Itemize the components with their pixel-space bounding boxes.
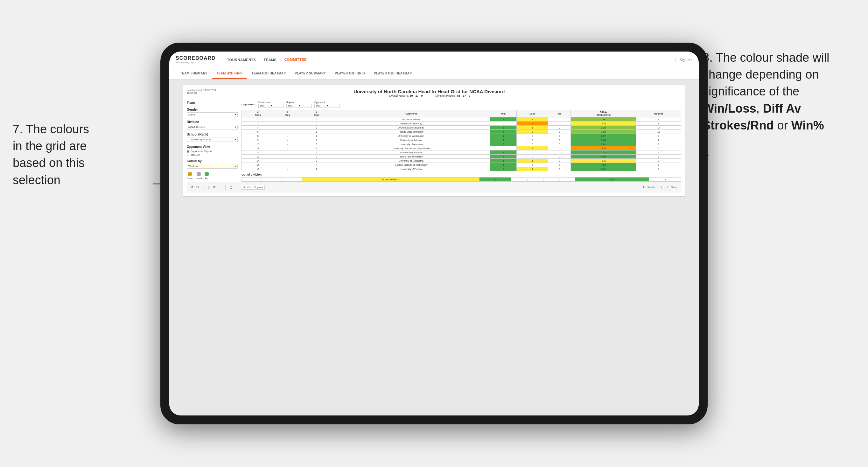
- pause-button[interactable]: ⏸: [207, 185, 210, 189]
- content-area: Team Gender Men's ▾ Division: [187, 101, 681, 182]
- toolbar-right: 👁 Watch ▾ 💬 ⤴ Share: [643, 186, 677, 189]
- share-icon[interactable]: ⤴: [667, 186, 668, 189]
- cell-conf: 1: [301, 138, 332, 142]
- table-body: 2 - 1 Auburn University 2 1 0 1.67 9 3 -…: [242, 117, 681, 171]
- cell-tie: 0: [548, 151, 570, 155]
- team-label: Team: [187, 101, 238, 105]
- redo-button[interactable]: ↻: [196, 185, 199, 189]
- grid-table: #Rank #Reg #Conf Opponent Win Loss Tie D…: [242, 110, 681, 171]
- opponent-view-section: Opponent View Opponents Played Top 100: [187, 145, 238, 156]
- cell-win: 1: [490, 134, 517, 138]
- cell-rank: 3: [242, 122, 274, 126]
- logo-text: SCOREBOARD: [176, 55, 216, 61]
- table-row: 16 - 2 University of Florida 3 1 0 6.67 …: [242, 167, 681, 171]
- watch-label[interactable]: Watch: [648, 186, 654, 189]
- cell-rank: 2: [242, 117, 274, 122]
- table-row: 13 - 1 Texas Tech University 3 0 0 5.56 …: [242, 155, 681, 159]
- cell-diff: 1.83: [571, 130, 637, 134]
- cell-rank: 16: [242, 167, 274, 171]
- cell-opponent: University of Florida: [332, 167, 490, 171]
- cell-tie: 0: [548, 117, 570, 122]
- cell-loss: 0: [517, 155, 548, 159]
- radio-top-100[interactable]: Top 100: [187, 153, 238, 156]
- region-filter: Region (All) ▾: [286, 101, 312, 108]
- cell-rounds: 3: [637, 159, 681, 163]
- tab-player-h2h-grid[interactable]: PLAYER H2H GRID: [330, 68, 369, 79]
- tab-team-summary[interactable]: TEAM SUMMARY: [176, 68, 212, 79]
- gender-select[interactable]: Men's ▾: [187, 112, 238, 117]
- cell-win: 5: [490, 126, 517, 130]
- share-label[interactable]: Share: [671, 186, 677, 189]
- cell-reg: -: [274, 159, 301, 163]
- ood-cell-reg: [261, 178, 282, 182]
- radio-opponents-played[interactable]: Opponents Played: [187, 150, 238, 153]
- annotation-right-bold1: Win/Loss: [703, 102, 756, 115]
- cell-opponent: Georgia Institute of Technology: [332, 163, 490, 167]
- more-button[interactable]: ⋯: [218, 185, 221, 189]
- table-row: 10 - 5 University of Alabama 3 0 0 2.61 …: [242, 142, 681, 146]
- copy-button[interactable]: ⧉: [213, 185, 215, 189]
- tab-team-h2h-heatmap[interactable]: TEAM H2H HEATMAP: [247, 68, 290, 79]
- opponent-select[interactable]: (All) ▾: [314, 104, 340, 108]
- cell-conf: 6: [301, 146, 332, 151]
- cell-diff: 5.56: [571, 155, 637, 159]
- cell-conf: 1: [301, 117, 332, 122]
- cell-conf: 1: [301, 155, 332, 159]
- top-nav: SCOREBOARD Powered by clippd TOURNAMENTS…: [169, 52, 699, 68]
- clock-icon: ⏱: [229, 185, 233, 189]
- cell-conf: 2: [301, 122, 332, 126]
- tab-player-h2h-heatmap[interactable]: PLAYER H2H HEATMAP: [369, 68, 416, 79]
- col-rounds: Rounds: [637, 110, 681, 117]
- col-rank: #Rank: [242, 110, 274, 117]
- cell-rank: 13: [242, 155, 274, 159]
- cell-conf: 2: [301, 130, 332, 134]
- cell-rounds: 12: [637, 130, 681, 134]
- tab-player-summary[interactable]: PLAYER SUMMARY: [290, 68, 330, 79]
- annotation-right-text3: or: [774, 119, 791, 132]
- cell-rank: 12: [242, 151, 274, 155]
- cell-rounds: 9: [637, 117, 681, 122]
- ood-cell-conf: [282, 178, 302, 182]
- overall-record: Overall Record: 89 - 17 - 0: [389, 94, 423, 97]
- division-select[interactable]: NCAA Division I ▾: [187, 125, 238, 129]
- cell-reg: -: [274, 126, 301, 130]
- forward-button[interactable]: ⤑: [202, 185, 204, 189]
- nav-committee[interactable]: COMMITTEE: [284, 56, 307, 63]
- undo-button[interactable]: ↺: [191, 185, 193, 189]
- cell-win: 3: [490, 142, 517, 146]
- view-original-button[interactable]: 👁 View: Original: [241, 185, 265, 190]
- cell-loss: 2: [517, 130, 548, 134]
- comment-icon[interactable]: 💬: [661, 186, 664, 189]
- cell-rounds: 3: [637, 146, 681, 151]
- sign-out-button[interactable]: Sign out: [676, 58, 692, 62]
- chevron-down-icon-3: ▾: [235, 138, 236, 141]
- region-select[interactable]: (All) ▾: [286, 104, 312, 108]
- cell-rounds: 3: [637, 134, 681, 138]
- cell-rounds: 8: [637, 122, 681, 126]
- opponent-filter: Opponent (All) ▾: [314, 101, 340, 108]
- cell-tie: 0: [548, 155, 570, 159]
- table-row: 9 - 1 University of Arizona 1 0 0 9.00 2: [242, 138, 681, 142]
- tableau-header: Last Updated: 27/03/2024 16:55:38 Univer…: [187, 89, 681, 100]
- cell-loss: 4: [517, 122, 548, 126]
- cell-loss: 1: [517, 146, 548, 151]
- ood-cell-win: 1: [479, 178, 511, 182]
- cell-rank: 4: [242, 126, 274, 130]
- nav-tournaments[interactable]: TOURNAMENTS: [227, 57, 256, 63]
- nav-teams[interactable]: TEAMS: [264, 57, 277, 63]
- report-subtitle: Overall Record: 89 - 17 - 0 Division Rec…: [216, 94, 643, 97]
- cell-win: 1: [490, 159, 517, 163]
- tablet-device: SCOREBOARD Powered by clippd TOURNAMENTS…: [160, 43, 708, 424]
- colour-by-label: Colour by: [187, 159, 238, 163]
- cell-conf: 2: [301, 159, 332, 163]
- school-select[interactable]: 1. University of Nort... ▾: [187, 137, 238, 142]
- annotation-right: 8. The colour shade will change dependin…: [703, 49, 849, 134]
- conference-select[interactable]: (All) ▾: [258, 104, 284, 108]
- main-content: Last Updated: 27/03/2024 16:55:38 Univer…: [169, 80, 699, 415]
- cell-rounds: 9: [637, 163, 681, 167]
- ood-cell-tie: 0: [543, 178, 575, 182]
- tab-team-h2h-grid[interactable]: TEAM H2H GRID: [212, 68, 247, 79]
- colour-by-select[interactable]: Win/loss ▾: [187, 164, 238, 168]
- cell-diff: 6.67: [571, 167, 637, 171]
- table-row: 3 - 2 Vanderbilt University 0 4 0 -2.29 …: [242, 122, 681, 126]
